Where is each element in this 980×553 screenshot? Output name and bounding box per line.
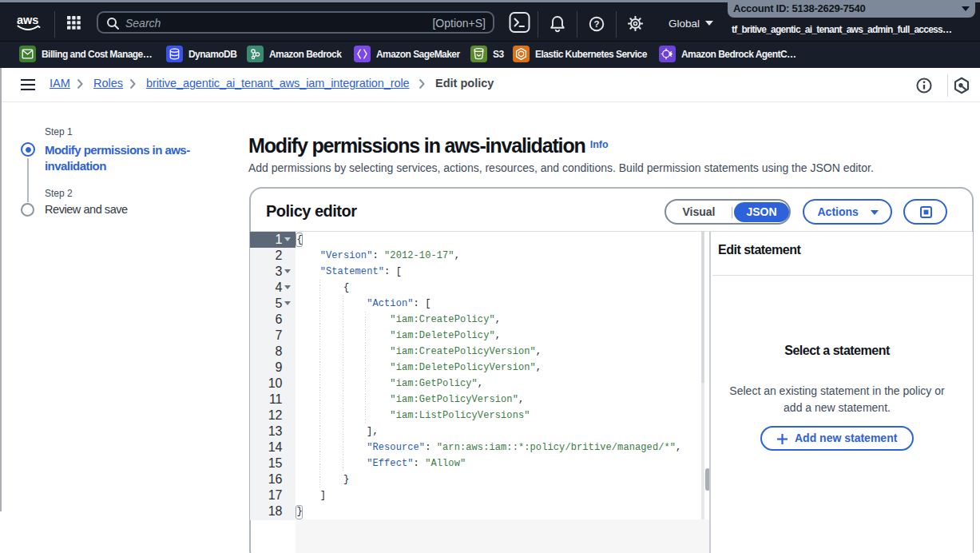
svg-text:aws: aws [17,14,38,26]
svg-text:?: ? [593,19,599,29]
